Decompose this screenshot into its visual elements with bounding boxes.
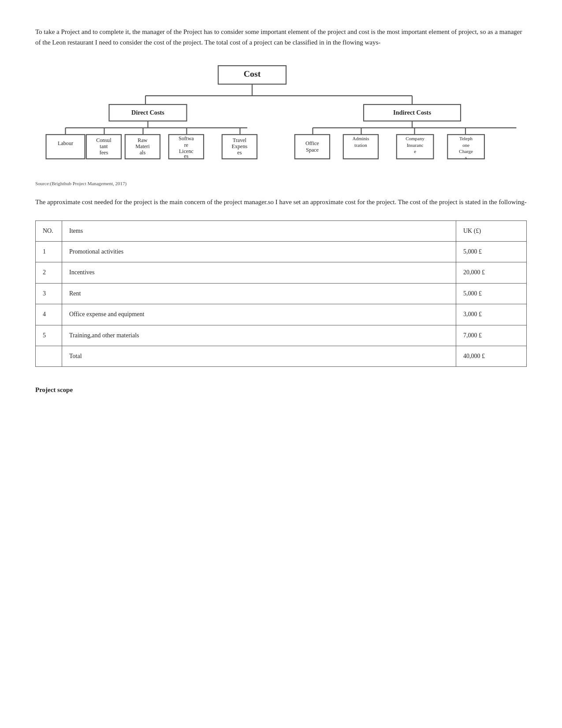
svg-text:es: es (237, 149, 242, 156)
svg-text:e: e (414, 149, 416, 154)
svg-text:Indirect Costs: Indirect Costs (393, 109, 431, 116)
body-paragraph: The approximate cost needed for the proj… (35, 197, 527, 207)
table-header-cell: NO. (36, 220, 62, 241)
row-number (36, 346, 62, 366)
table-row: 1Promotional activities5,000 £ (36, 241, 527, 262)
source-citation: Source:(Brighthub Project Management, 20… (35, 180, 527, 188)
row-item: Training,and other materials (62, 325, 456, 346)
row-cost: 5,000 £ (456, 283, 527, 304)
svg-text:Raw: Raw (138, 137, 147, 143)
row-cost: 40,000 £ (456, 346, 527, 366)
row-number: 2 (36, 262, 62, 283)
svg-text:Adminis: Adminis (352, 136, 369, 141)
table-row: 2Incentives20,000 £ (36, 262, 527, 283)
svg-text:Insuranc: Insuranc (406, 142, 423, 148)
row-item: Incentives (62, 262, 456, 283)
table-header-cell: UK (£) (456, 220, 527, 241)
project-scope-heading: Project scope (35, 385, 527, 395)
row-number: 5 (36, 325, 62, 346)
table-row: 4Office expense and equipment3,000 £ (36, 304, 527, 325)
svg-text:Direct Costs: Direct Costs (131, 109, 164, 116)
row-number: 1 (36, 241, 62, 262)
svg-text:Softwa: Softwa (179, 135, 194, 142)
row-number: 4 (36, 304, 62, 325)
row-cost: 7,000 £ (456, 325, 527, 346)
row-item: Rent (62, 283, 456, 304)
diagram-container: Cost Direct Costs Indirect Costs Labour … (39, 61, 524, 175)
svg-text:tant: tant (100, 143, 108, 149)
svg-text:fees: fees (99, 149, 108, 156)
intro-paragraph: To take a Project and to complete it, th… (35, 26, 527, 48)
svg-text:re: re (184, 142, 188, 148)
row-cost: 5,000 £ (456, 241, 527, 262)
row-item: Total (62, 346, 456, 366)
svg-text:one: one (462, 142, 469, 148)
svg-text:Expens: Expens (231, 143, 247, 149)
svg-text:Materi: Materi (135, 143, 150, 149)
svg-text:Charge: Charge (459, 149, 473, 154)
svg-text:Consul: Consul (96, 137, 112, 143)
svg-text:als: als (139, 149, 145, 156)
row-cost: 20,000 £ (456, 262, 527, 283)
row-item: Office expense and equipment (62, 304, 456, 325)
svg-text:Travel: Travel (232, 137, 246, 143)
table-row: 5Training,and other materials7,000 £ (36, 325, 527, 346)
row-cost: 3,000 £ (456, 304, 527, 325)
svg-text:Space: Space (305, 147, 318, 153)
svg-text:es: es (184, 153, 188, 159)
table-row: 3Rent5,000 £ (36, 283, 527, 304)
row-number: 3 (36, 283, 62, 304)
svg-text:Teleph: Teleph (459, 136, 473, 141)
cost-table: NO.ItemsUK (£)1Promotional activities5,0… (35, 220, 527, 367)
table-row: Total40,000 £ (36, 346, 527, 366)
row-item: Promotional activities (62, 241, 456, 262)
svg-text:Company: Company (406, 136, 424, 141)
svg-text:s: s (465, 155, 466, 160)
table-header-cell: Items (62, 220, 456, 241)
svg-text:Cost: Cost (243, 69, 261, 78)
svg-text:Labour: Labour (58, 140, 73, 146)
svg-text:Office: Office (305, 140, 319, 146)
svg-rect-13 (46, 134, 85, 159)
svg-text:tration: tration (354, 142, 367, 148)
